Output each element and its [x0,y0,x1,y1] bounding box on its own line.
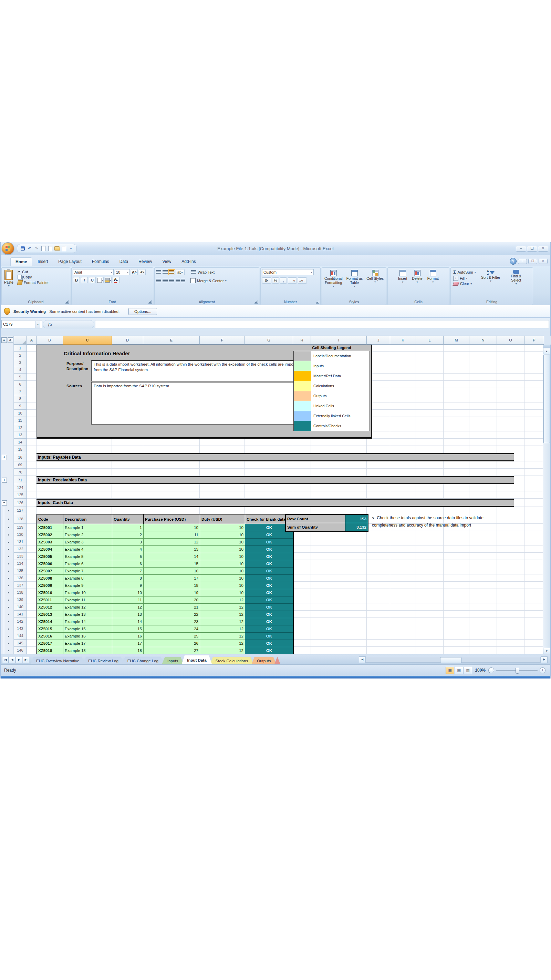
cell-quantity[interactable]: 6 [112,560,144,568]
align-right-icon[interactable] [169,279,174,283]
zoom-level[interactable]: 100% [475,668,486,673]
align-center-icon[interactable] [162,279,168,283]
workbook-restore-button[interactable]: ❏ [528,259,537,264]
row-header[interactable]: 129 [14,524,27,531]
row-header[interactable]: 4 [14,366,27,374]
cell-quantity[interactable]: 13 [112,611,144,618]
format-cells-button[interactable]: Format▾ [426,269,440,284]
sum-quantity-value[interactable]: 3,132 [345,523,368,531]
column-header[interactable]: M [443,336,469,345]
cell-duty[interactable]: 12 [200,597,245,604]
alignment-dialog-launcher[interactable] [254,300,258,304]
row-header[interactable]: 139 [14,596,27,603]
row-header[interactable]: 144 [14,632,27,640]
cell-price[interactable]: 11 [144,531,200,539]
expand-group-button[interactable]: + [2,477,7,483]
cell-code[interactable]: XZ5014 [37,618,64,625]
sheet-tab[interactable]: Outputs [251,657,276,664]
cell-duty[interactable]: 12 [200,625,245,633]
borders-button[interactable]: ▾ [97,277,104,283]
row-header[interactable]: 138 [14,589,27,596]
cell-check[interactable]: OK [245,539,294,546]
increase-decimal-button[interactable]: ←.0 [288,277,297,283]
column-header[interactable]: A [27,336,37,345]
cell-quantity[interactable]: 3 [112,539,144,546]
ribbon-tab[interactable]: View [157,258,176,266]
row-header[interactable]: 131 [14,538,27,546]
cell-description[interactable]: Example 11 [64,597,112,604]
ribbon-tab[interactable]: Add-Ins [177,258,200,266]
table-row[interactable]: XZ5017 Example 17 17 26 12 OK [37,640,294,647]
cell-duty[interactable]: 10 [200,568,245,575]
table-row[interactable]: XZ5015 Example 15 15 24 12 OK [37,625,294,633]
cell-price[interactable]: 12 [144,539,200,546]
cell-code[interactable]: XZ5004 [37,546,64,553]
row-header[interactable]: 5 [14,374,27,381]
row-header[interactable]: 135 [14,567,27,574]
cell-description[interactable]: Example 16 [64,633,112,640]
decrease-indent-icon[interactable] [176,279,180,283]
cell-duty[interactable]: 10 [200,560,245,568]
sheet-tab[interactable]: EUC Change Log [122,657,164,664]
table-row[interactable]: XZ5016 Example 16 16 25 12 OK [37,633,294,640]
number-format-combo[interactable]: Custom▾ [262,269,314,275]
column-header[interactable]: D [112,336,143,345]
ribbon-tab[interactable]: Page Layout [53,258,86,266]
table-row[interactable]: XZ5011 Example 11 11 20 12 OK [37,597,294,604]
expand-group-button[interactable]: + [2,455,7,460]
shrink-font-button[interactable]: A˅ [139,269,146,275]
cell-code[interactable]: XZ5011 [37,597,64,604]
cell-check[interactable]: OK [245,625,294,633]
cell-price[interactable]: 16 [144,568,200,575]
scroll-up-icon[interactable]: ▲ [543,348,550,354]
row-header[interactable]: 140 [14,603,27,611]
cell-code[interactable]: XZ5017 [37,640,64,647]
redo-icon[interactable]: ↷ [34,246,39,251]
cell-description[interactable]: Example 10 [64,589,112,597]
row-header[interactable]: 128 [14,514,27,524]
formula-input[interactable] [95,320,549,328]
column-header[interactable]: I [311,336,367,345]
autosum-button[interactable]: ΣAutoSum▾ [452,269,477,275]
decrease-decimal-button[interactable]: .00→ [298,277,307,283]
cell-quantity[interactable]: 14 [112,618,144,625]
column-header[interactable]: C [63,336,112,345]
help-icon[interactable]: ? [510,258,516,265]
cell-duty[interactable]: 12 [200,611,245,618]
table-row[interactable]: XZ5007 Example 7 7 16 10 OK [37,568,294,575]
delete-cells-button[interactable]: Delete▾ [411,269,423,284]
paste-button[interactable]: Paste▾ [3,269,14,288]
row-header[interactable]: 124 [14,484,27,492]
restore-button[interactable]: ❏ [527,246,537,251]
minimize-button[interactable]: – [516,246,526,251]
section-band-receivables[interactable]: Inputs: Receivables Data [37,476,514,484]
cell-price[interactable]: 20 [144,597,200,604]
next-sheet-icon[interactable]: ▶ [16,657,22,663]
find-select-button[interactable]: Find & Select▾ [505,269,528,286]
save-icon[interactable] [20,246,25,251]
column-header[interactable]: H [293,336,311,345]
table-row[interactable]: XZ5006 Example 6 6 15 10 OK [37,560,294,568]
cell-quantity[interactable]: 16 [112,633,144,640]
page-break-view-icon[interactable]: ▥ [464,667,472,674]
workbook-close-button[interactable]: × [538,259,548,264]
zoom-out-icon[interactable]: − [488,667,494,673]
sheet-tab[interactable]: Inputs [162,657,184,664]
number-dialog-launcher[interactable] [316,300,319,304]
cell-duty[interactable]: 10 [200,524,245,531]
cut-button[interactable]: ✂Cut [16,269,50,274]
open-icon[interactable] [54,246,60,251]
cell-check[interactable]: OK [245,560,294,568]
horizontal-scroll-track[interactable] [366,657,541,663]
normal-view-icon[interactable]: ▦ [446,667,454,674]
cell-quantity[interactable]: 11 [112,597,144,604]
cell-quantity[interactable]: 18 [112,647,144,654]
cell-price[interactable]: 14 [144,553,200,560]
column-header[interactable]: P [524,336,544,345]
row-header[interactable]: 12 [14,424,27,431]
scroll-right-icon[interactable]: ▶ [541,656,548,663]
cell-code[interactable]: XZ5018 [37,647,64,654]
copy-button[interactable]: Copy [16,274,50,280]
font-size-combo[interactable]: 10▾ [115,269,130,275]
last-sheet-icon[interactable]: ▶| [23,657,29,663]
